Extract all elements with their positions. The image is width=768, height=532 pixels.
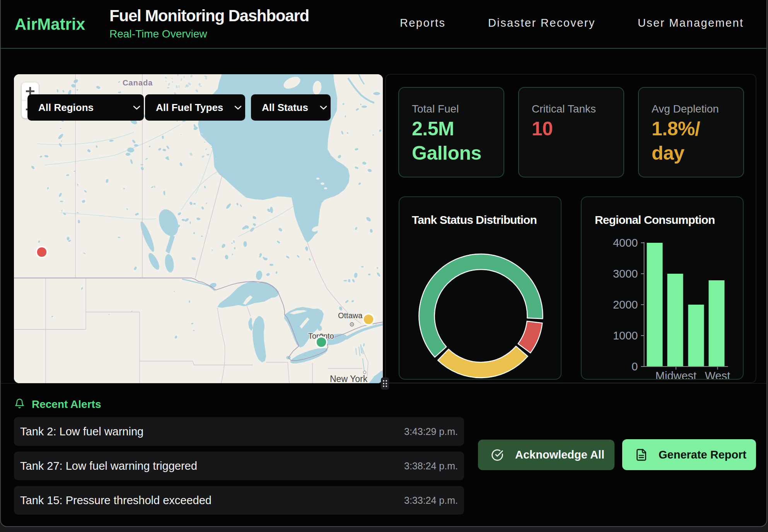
svg-text:3000: 3000 xyxy=(613,268,638,280)
svg-text:0: 0 xyxy=(631,360,638,373)
svg-text:4000: 4000 xyxy=(613,237,638,249)
svg-text:New York: New York xyxy=(330,374,368,383)
svg-text:1000: 1000 xyxy=(613,329,638,342)
svg-text:2000: 2000 xyxy=(613,298,638,311)
svg-text:West: West xyxy=(705,370,730,380)
svg-text:Canada: Canada xyxy=(123,78,153,87)
svg-text:Ottawa: Ottawa xyxy=(338,311,363,320)
svg-text:Midwest: Midwest xyxy=(655,370,696,380)
